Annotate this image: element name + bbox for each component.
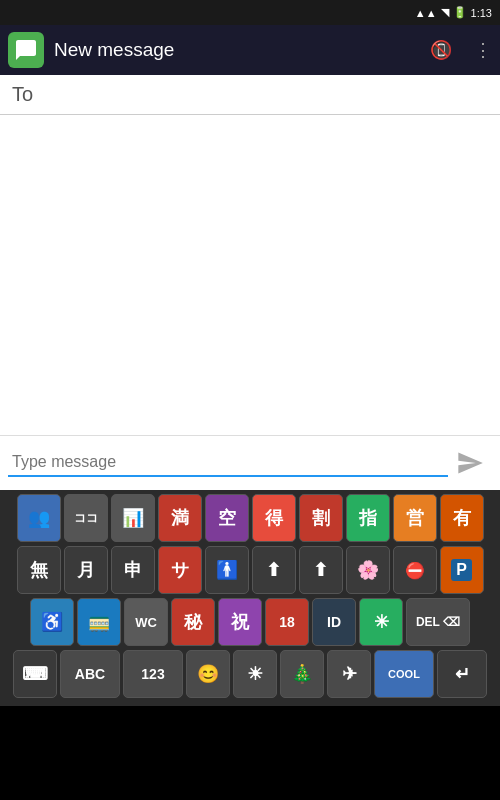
to-label: To <box>12 83 33 106</box>
key-finger[interactable]: 指 <box>346 494 390 542</box>
key-abc[interactable]: ABC <box>60 650 120 698</box>
to-field-wrapper: To <box>0 75 500 115</box>
key-blossom[interactable]: 🌸 <box>346 546 390 594</box>
key-get[interactable]: 得 <box>252 494 296 542</box>
keyboard-row-3: ♿ 🚃 WC 秘 祝 18 ID ✳ DEL ⌫ <box>3 598 497 646</box>
keyboard-row-1: 👥 ココ 📊 満 空 得 割 指 営 有 <box>3 494 497 542</box>
app-bar: New message 📵 ⋮ <box>0 25 500 75</box>
key-up[interactable]: ⬆ <box>252 546 296 594</box>
key-plane[interactable]: ✈ <box>327 650 371 698</box>
key-secret[interactable]: 秘 <box>171 598 215 646</box>
app-title: New message <box>54 39 408 61</box>
time-display: 1:13 <box>471 7 492 19</box>
to-input[interactable] <box>41 86 488 104</box>
enter-key[interactable]: ↵ <box>437 650 487 698</box>
key-sky[interactable]: 空 <box>205 494 249 542</box>
key-apply[interactable]: 申 <box>111 546 155 594</box>
keyboard-row-4: ⌨ ABC 123 😊 ☀ 🎄 ✈ COOL ↵ <box>3 650 497 698</box>
key-cool[interactable]: COOL <box>374 650 434 698</box>
key-discount[interactable]: 割 <box>299 494 343 542</box>
signal-icon: ◥ <box>441 6 449 19</box>
key-parking[interactable]: P <box>440 546 484 594</box>
key-id[interactable]: ID <box>312 598 356 646</box>
key-have[interactable]: 有 <box>440 494 484 542</box>
wifi-icon: ▲▲ <box>415 7 437 19</box>
key-sun[interactable]: ☀ <box>233 650 277 698</box>
status-bar: ▲▲ ◥ 🔋 1:13 <box>0 0 500 25</box>
compose-bar <box>0 435 500 490</box>
send-button[interactable] <box>448 441 492 485</box>
delete-key[interactable]: DEL ⌫ <box>406 598 470 646</box>
key-group[interactable]: 👥 <box>17 494 61 542</box>
key-wheelchair[interactable]: ♿ <box>30 598 74 646</box>
key-123[interactable]: 123 <box>123 650 183 698</box>
key-month[interactable]: 月 <box>64 546 108 594</box>
keyboard-row-2: 無 月 申 サ 🚹 ⬆ ⬆ 🌸 ⛔ P <box>3 546 497 594</box>
message-area: To <box>0 75 500 435</box>
key-man[interactable]: 満 <box>158 494 202 542</box>
more-icon[interactable]: ⋮ <box>474 39 492 61</box>
key-chart[interactable]: 📊 <box>111 494 155 542</box>
key-business[interactable]: 営 <box>393 494 437 542</box>
keyboard-switch-key[interactable]: ⌨ <box>13 650 57 698</box>
key-wc[interactable]: WC <box>124 598 168 646</box>
key-18[interactable]: 18 <box>265 598 309 646</box>
key-sparkle[interactable]: ✳ <box>359 598 403 646</box>
phone-off-icon[interactable]: 📵 <box>430 39 452 61</box>
type-message-input[interactable] <box>8 449 448 477</box>
key-sa[interactable]: サ <box>158 546 202 594</box>
key-train[interactable]: 🚃 <box>77 598 121 646</box>
key-no[interactable]: ⛔ <box>393 546 437 594</box>
key-tree[interactable]: 🎄 <box>280 650 324 698</box>
message-body-area[interactable] <box>0 115 500 435</box>
key-koko[interactable]: ココ <box>64 494 108 542</box>
key-smiley[interactable]: 😊 <box>186 650 230 698</box>
key-none[interactable]: 無 <box>17 546 61 594</box>
key-up2[interactable]: ⬆ <box>299 546 343 594</box>
keyboard: 👥 ココ 📊 満 空 得 割 指 営 有 無 月 申 サ 🚹 ⬆ ⬆ 🌸 ⛔ P… <box>0 490 500 706</box>
battery-icon: 🔋 <box>453 6 467 19</box>
app-icon <box>8 32 44 68</box>
key-restroom[interactable]: 🚹 <box>205 546 249 594</box>
key-congratulations[interactable]: 祝 <box>218 598 262 646</box>
